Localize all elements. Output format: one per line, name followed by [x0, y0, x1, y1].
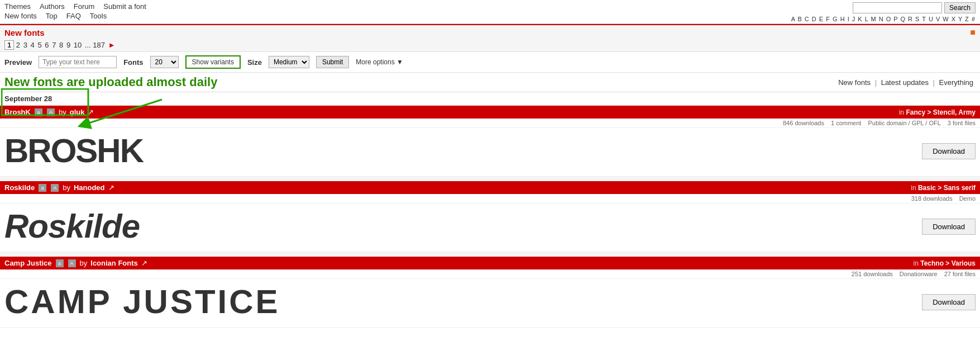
nav-top[interactable]: Top [46, 12, 58, 20]
font-downloads-broshk: 846 downloads [783, 120, 824, 126]
page-8[interactable]: 8 [59, 41, 63, 49]
font-author-prefix-camp-justice: by [80, 259, 88, 267]
page-7[interactable]: 7 [52, 41, 56, 49]
font-category-roskilde[interactable]: Basic > Sans serif [918, 184, 976, 192]
nav-submit[interactable]: Submit a font [103, 2, 146, 11]
download-button-camp-justice[interactable]: Download [922, 294, 976, 310]
font-license-broshk: Public domain / GPL / OFL [868, 120, 940, 126]
filter-sep2: | [933, 78, 937, 87]
filter-new-fonts[interactable]: New fonts [838, 78, 871, 87]
date-separator: September 28 [0, 92, 980, 106]
alphabet-bar: A B C D E F G H I J K L M N O P Q R S T … [791, 16, 976, 22]
nav-new-fonts[interactable]: New fonts [4, 12, 37, 20]
download-button-broshk[interactable]: Download [922, 143, 976, 159]
external-link-icon-camp-justice: ↗ [141, 259, 147, 267]
promo-text: New fonts are uploaded almost daily [4, 75, 217, 89]
more-options-button[interactable]: More options ▼ [356, 58, 403, 66]
search-button[interactable]: Search [944, 2, 976, 13]
page-ellipsis: ... [85, 41, 91, 49]
filter-everything[interactable]: Everything [939, 78, 973, 87]
font-name-roskilde[interactable]: Roskilde [4, 183, 35, 192]
font-preview-roskilde: Roskilde Download [0, 204, 980, 252]
size-label: Size [247, 58, 262, 67]
page-5[interactable]: 5 [37, 41, 41, 49]
font-name-camp-justice[interactable]: Camp Justice [4, 259, 52, 267]
filter-latest-updates[interactable]: Latest updates [881, 78, 929, 87]
font-downloads-roskilde: 318 downloads [911, 195, 953, 202]
font-icon1-broshk: a [35, 108, 42, 116]
nav-authors[interactable]: Authors [40, 2, 65, 11]
font-preview-text-camp-justice[interactable]: CAMP JUSTICE [4, 283, 922, 320]
page-10[interactable]: 10 [74, 41, 82, 49]
font-icon2-broshk: A [47, 108, 55, 116]
font-category-camp-justice[interactable]: Techno > Various [920, 259, 976, 267]
download-button-roskilde[interactable]: Download [922, 219, 976, 235]
nav-faq[interactable]: FAQ [66, 12, 81, 20]
font-in-label-roskilde: in [911, 184, 918, 192]
font-files-camp-justice: 27 font files [944, 271, 976, 277]
page-9[interactable]: 9 [66, 41, 70, 49]
show-variants-button[interactable]: Show variants [185, 55, 241, 69]
fonts-select[interactable]: 20 50 100 [150, 56, 179, 68]
rss-icon[interactable]: ■ [970, 27, 976, 37]
page-last[interactable]: 187 [93, 41, 105, 49]
nav-forum[interactable]: Forum [74, 2, 95, 11]
next-arrow[interactable]: ► [108, 41, 116, 49]
nav-themes[interactable]: Themes [4, 2, 31, 11]
page-6[interactable]: 6 [45, 41, 49, 49]
nav-tools[interactable]: Tools [90, 12, 107, 20]
font-downloads-camp-justice: 251 downloads [852, 271, 893, 277]
submit-button[interactable]: Submit [316, 56, 349, 68]
search-input[interactable] [853, 2, 942, 13]
page-2[interactable]: 2 [16, 41, 20, 49]
font-icon1-camp-justice: a [56, 259, 64, 267]
preview-label: Preview [4, 58, 32, 67]
font-entry-broshk: BroshK a A by gluk ↗ in Fancy > Stencil,… [0, 106, 980, 177]
font-author-roskilde[interactable]: Hanoded [74, 183, 105, 192]
font-preview-text-roskilde[interactable]: Roskilde [4, 208, 922, 245]
font-icon1-roskilde: a [39, 184, 46, 192]
font-license-roskilde: Demo [959, 195, 976, 202]
external-link-icon-broshk: ↗ [88, 108, 94, 116]
font-meta-roskilde: 318 downloads Demo [0, 194, 980, 204]
font-entry-roskilde: Roskilde a A by Hanoded ↗ in Basic > San… [0, 181, 980, 252]
font-entry-camp-justice: Camp Justice a A by Iconian Fonts ↗ in T… [0, 257, 980, 328]
font-author-prefix-roskilde: by [63, 183, 70, 192]
font-icon2-camp-justice: A [68, 259, 76, 267]
font-meta-broshk: 846 downloads 1 comment Public domain / … [0, 119, 980, 128]
font-preview-camp-justice: CAMP JUSTICE Download [0, 279, 980, 328]
filter-sep1: | [875, 78, 879, 87]
font-category-broshk[interactable]: Fancy > Stencil, Army [906, 108, 976, 116]
font-files-broshk: 3 font files [948, 120, 976, 126]
size-select[interactable]: Medium Small Large [269, 56, 309, 68]
pagination: 1 2 3 4 5 6 7 8 9 10 ... 187 ► [0, 40, 980, 52]
section-title: New fonts [4, 28, 45, 37]
font-comments-broshk[interactable]: 1 comment [831, 120, 861, 126]
external-link-icon-roskilde: ↗ [108, 183, 114, 192]
font-icon2-roskilde: A [51, 184, 59, 192]
font-meta-camp-justice: 251 downloads Donationware 27 font files [0, 269, 980, 279]
font-author-broshk[interactable]: gluk [70, 108, 85, 116]
page-current[interactable]: 1 [4, 40, 14, 50]
font-name-broshk[interactable]: BroshK [4, 108, 31, 116]
font-preview-text-broshk[interactable]: BROSHK [4, 133, 922, 169]
font-license-camp-justice: Donationware [900, 271, 938, 277]
fonts-label: Fonts [123, 58, 143, 67]
font-preview-broshk: BROSHK Download [0, 128, 980, 177]
font-in-label-broshk: in [899, 108, 906, 116]
page-4[interactable]: 4 [31, 41, 35, 49]
preview-input[interactable] [39, 56, 117, 68]
font-author-camp-justice[interactable]: Iconian Fonts [90, 259, 138, 267]
font-author-prefix-broshk: by [59, 108, 66, 116]
page-3[interactable]: 3 [23, 41, 27, 49]
font-in-label-camp-justice: in [914, 259, 921, 267]
